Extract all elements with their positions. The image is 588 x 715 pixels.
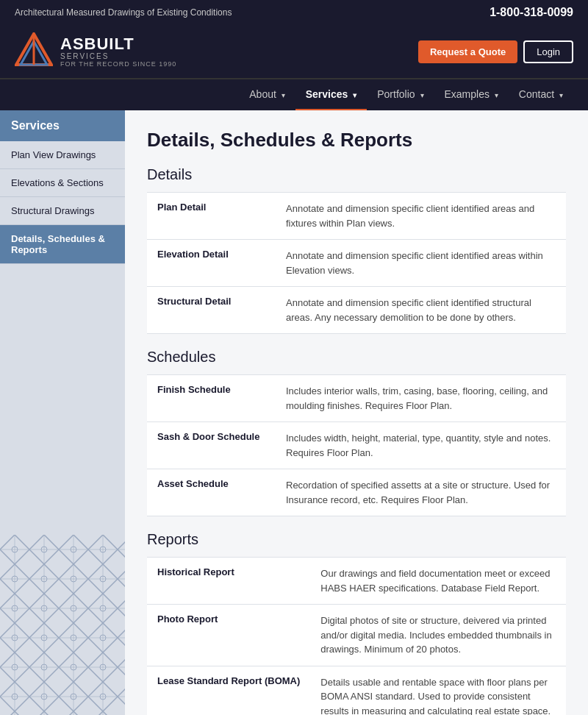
table-row: Structural Detail Annotate and dimension… — [147, 287, 566, 334]
row-name: Finish Schedule — [147, 375, 276, 422]
table-row: Finish Schedule Includes interior walls,… — [147, 375, 566, 422]
sidebar-menu: Plan View Drawings Elevations & Sections… — [0, 141, 125, 264]
page-title: Details, Schedules & Reports — [147, 129, 566, 152]
logo-icon — [15, 32, 53, 71]
section-title-reports: Reports — [147, 531, 566, 548]
section-title-details: Details — [147, 166, 566, 183]
table-row: Asset Schedule Recordation of specified … — [147, 469, 566, 516]
table-row: Photo Report Digital photos of site or s… — [147, 605, 566, 666]
logo-area: ASBUILT SERVICES FOR THE RECORD SINCE 19… — [15, 32, 176, 71]
schedules-table: Finish Schedule Includes interior walls,… — [147, 374, 566, 516]
row-name: Historical Report — [147, 558, 310, 605]
sidebar: Services Plan View Drawings Elevations &… — [0, 110, 125, 715]
nav-portfolio[interactable]: Portfolio ▾ — [367, 79, 434, 110]
nav-examples[interactable]: Examples ▾ — [434, 79, 509, 110]
table-row: Plan Detail Annotate and dimension speci… — [147, 193, 566, 240]
row-desc: Annotate and dimension specific client i… — [276, 287, 566, 334]
row-name: Plan Detail — [147, 193, 276, 240]
row-desc: Recordation of specified assetts at a si… — [276, 469, 566, 516]
row-desc: Details usable and rentable space with f… — [310, 666, 566, 715]
row-desc: Includes width, height, material, type, … — [276, 422, 566, 469]
sidebar-item-elevations[interactable]: Elevations & Sections — [0, 169, 125, 197]
brand-tagline: FOR THE RECORD SINCE 1990 — [60, 60, 176, 68]
phone-number: 1-800-318-0099 — [490, 6, 573, 19]
details-table: Plan Detail Annotate and dimension speci… — [147, 192, 566, 334]
nav-about[interactable]: About ▾ — [239, 79, 295, 110]
reports-table: Historical Report Our drawings and field… — [147, 557, 566, 715]
row-desc: Annotate and dimension specific client i… — [276, 193, 566, 240]
site-header: ASBUILT SERVICES FOR THE RECORD SINCE 19… — [0, 25, 588, 79]
row-name: Elevation Detail — [147, 240, 276, 287]
sidebar-item-structural[interactable]: Structural Drawings — [0, 197, 125, 225]
main-content: Details, Schedules & Reports Details Pla… — [125, 110, 588, 715]
table-row: Lease Standard Report (BOMA) Details usa… — [147, 666, 566, 715]
sidebar-decoration — [0, 535, 125, 716]
top-tagline: Architectural Measured Drawings of Exist… — [15, 7, 232, 18]
nav-contact[interactable]: Contact ▾ — [509, 79, 573, 110]
brand-name: ASBUILT — [60, 36, 176, 52]
logo-text: ASBUILT SERVICES FOR THE RECORD SINCE 19… — [60, 36, 176, 68]
brand-sub: SERVICES — [60, 52, 176, 60]
sidebar-item-plan-view[interactable]: Plan View Drawings — [0, 141, 125, 169]
svg-rect-7 — [0, 535, 125, 716]
top-bar: Architectural Measured Drawings of Exist… — [0, 0, 588, 25]
table-row: Sash & Door Schedule Includes width, hei… — [147, 422, 566, 469]
row-desc: Digital photos of site or structure, dei… — [310, 605, 566, 666]
row-name: Photo Report — [147, 605, 310, 666]
nav-bar: About ▾ Services ▾ Portfolio ▾ Examples … — [0, 79, 588, 110]
section-title-schedules: Schedules — [147, 349, 566, 366]
row-name: Lease Standard Report (BOMA) — [147, 666, 310, 715]
request-quote-button[interactable]: Request a Quote — [418, 40, 517, 63]
row-name: Sash & Door Schedule — [147, 422, 276, 469]
row-desc: Includes interior walls, trim, casing, b… — [276, 375, 566, 422]
header-buttons: Request a Quote Login — [418, 40, 573, 63]
sidebar-item-details[interactable]: Details, Schedules & Reports — [0, 225, 125, 264]
table-row: Historical Report Our drawings and field… — [147, 558, 566, 605]
row-name: Structural Detail — [147, 287, 276, 334]
main-layout: Services Plan View Drawings Elevations &… — [0, 110, 588, 715]
table-row: Elevation Detail Annotate and dimension … — [147, 240, 566, 287]
row-desc: Annotate and dimension specific client i… — [276, 240, 566, 287]
nav-services[interactable]: Services ▾ — [295, 79, 368, 110]
sidebar-title: Services — [0, 110, 125, 141]
row-name: Asset Schedule — [147, 469, 276, 516]
row-desc: Our drawings and field documentation mee… — [310, 558, 566, 605]
login-button[interactable]: Login — [523, 40, 573, 63]
